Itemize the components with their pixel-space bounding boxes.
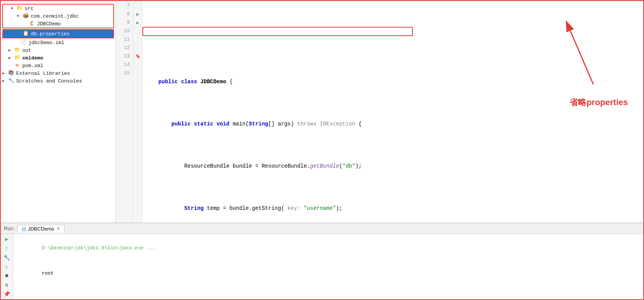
- tree-label-iml: jdbcDemo.iml: [28, 40, 65, 46]
- tree-arrow-xmldemo: ▶: [8, 56, 14, 60]
- tree-item-external-libraries[interactable]: ▶ 📚 External Libraries: [1, 69, 116, 77]
- module-icon-iml: 📄: [20, 40, 27, 46]
- gutter-10: [133, 27, 142, 35]
- bookmark-icon-13: 🔖: [136, 54, 140, 59]
- run-play-button[interactable]: ▶: [2, 236, 12, 243]
- output-line-4: Process finished with exit code 0: [18, 295, 639, 299]
- tree-item-src[interactable]: ▼ 📁 src: [3, 5, 113, 12]
- tree-label-scratches: Scratches and Consoles: [16, 78, 82, 84]
- folder-icon-src: 📁: [16, 5, 23, 12]
- run-wrench-button[interactable]: 🔧: [2, 254, 12, 261]
- run-output: D:\Develop\jdk\jdk1.8\bin\java.exe ... r…: [13, 234, 643, 299]
- code-content[interactable]: public class JDBCDemo { public static vo…: [142, 2, 643, 223]
- gutter-11: [133, 35, 142, 44]
- code-text-10: ResourceBundle bundle = ResourceBundle.g…: [146, 162, 362, 170]
- tree-item-scratches-consoles[interactable]: ▶ 🔧 Scratches and Consoles: [1, 77, 116, 85]
- main-area: ▼ 📁 src ▼ 📦 com.cenmint.jdbc C JDBCDemo …: [1, 1, 643, 223]
- tree-item-jdbcdemo-iml[interactable]: 📄 jdbcDemo.iml: [1, 39, 116, 46]
- output-line-1: D:\Develop\jdk\jdk1.8\bin\java.exe ...: [18, 236, 639, 261]
- scratches-icon: 🔧: [8, 78, 15, 84]
- file-tree-sidebar: ▼ 📁 src ▼ 📦 com.cenmint.jdbc C JDBCDemo …: [1, 2, 116, 223]
- run-scroll-down-button[interactable]: ↓: [2, 263, 12, 270]
- tree-label-out: out: [22, 48, 31, 53]
- gutter-7: [133, 2, 142, 10]
- run-arrow-8[interactable]: ▶: [136, 12, 139, 17]
- tree-item-pom-xml[interactable]: m pom.xml: [1, 62, 116, 69]
- chinese-annotation: 省略properties: [546, 90, 628, 115]
- code-line-11: String temp = bundle.getString( key: "us…: [146, 204, 643, 213]
- gutter-8: ▶: [133, 10, 142, 18]
- red-box-line10: [142, 27, 413, 36]
- tree-item-xmldemo[interactable]: ▶ 📁 xmldemo: [1, 54, 116, 62]
- run-scroll-up-button[interactable]: ↑: [2, 245, 12, 252]
- run-sort-button[interactable]: ⇅: [2, 281, 12, 289]
- tree-item-out[interactable]: ▶ 📁 out: [1, 46, 116, 54]
- editor-gutter: ▶ ▶ 🔖: [133, 2, 142, 223]
- tree-label-xmldemo: xmldemo: [22, 55, 43, 61]
- code-text-11: String temp = bundle.getString( key: "us…: [146, 204, 343, 213]
- tree-arrow-extlibs: ▶: [2, 71, 8, 76]
- code-line-7: [146, 35, 643, 44]
- code-editor: 7 8 9 10 11 12 13 14 15 ▶ ▶: [116, 2, 643, 223]
- tree-item-db-properties[interactable]: 📋 db.properties: [2, 29, 114, 38]
- gutter-12: [133, 44, 142, 52]
- xml-icon-pom: m: [14, 63, 21, 69]
- tree-label-pom: pom.xml: [22, 63, 43, 69]
- props-icon-db: 📋: [22, 31, 29, 37]
- gutter-9: ▶: [133, 18, 142, 27]
- code-area[interactable]: 7 8 9 10 11 12 13 14 15 ▶ ▶: [116, 2, 643, 223]
- run-tab-jdbcdemo[interactable]: ▤ JDBCDemo ✕: [17, 225, 65, 232]
- gutter-13: 🔖: [133, 52, 142, 61]
- tree-item-jdbcdemo[interactable]: C JDBCDemo: [3, 20, 113, 28]
- code-line-9: public static void main(String[] args) t…: [146, 120, 643, 128]
- code-text-8: public class JDBCDemo {: [146, 77, 233, 86]
- line-numbers: 7 8 9 10 11 12 13 14 15: [116, 2, 133, 223]
- output-line-2: root: [18, 261, 639, 286]
- run-tab-label: JDBCDemo: [28, 226, 54, 232]
- output-line-3: [18, 286, 639, 295]
- tree-label-src: src: [25, 6, 33, 12]
- tree-arrow-scratches: ▶: [2, 79, 8, 83]
- tree-arrow-package: ▼: [17, 14, 22, 18]
- run-label: Run:: [4, 226, 14, 231]
- extlibs-icon: 📚: [8, 70, 15, 76]
- output-root-text: root: [41, 270, 53, 276]
- folder-icon-xmldemo: 📁: [14, 55, 21, 61]
- run-content: ▶ ↑ 🔧 ↓ ■ ⇅ 📌 D:\Develop\jdk\jdk1.8\bin\…: [1, 234, 643, 299]
- gutter-14: [133, 61, 142, 69]
- gutter-15: [133, 69, 142, 77]
- tree-arrow-out: ▶: [8, 48, 14, 53]
- tree-label-extlibs: External Libraries: [16, 71, 70, 76]
- run-stop-button[interactable]: ■: [2, 272, 12, 280]
- run-tab-close[interactable]: ✕: [56, 226, 60, 231]
- tree-label-package: com.cenmint.jdbc: [31, 13, 79, 19]
- tree-label-db-props: db.properties: [31, 31, 70, 37]
- java-icon-jdbcdemo: C: [28, 21, 35, 27]
- run-panel: Run: ▤ JDBCDemo ✕ ▶ ↑ 🔧 ↓ ■ ⇅ 📌 D:\Devel…: [1, 223, 643, 299]
- code-text-9: public static void main(String[] args) t…: [146, 120, 362, 128]
- tree-item-com-cenmint-jdbc[interactable]: ▼ 📦 com.cenmint.jdbc: [3, 12, 113, 20]
- code-line-8: public class JDBCDemo {: [146, 77, 643, 86]
- run-tab-bar: Run: ▤ JDBCDemo ✕: [1, 223, 643, 234]
- folder-icon-package: 📦: [22, 13, 29, 19]
- folder-icon-out: 📁: [14, 47, 21, 53]
- console-icon: ▤: [22, 226, 26, 232]
- tree-arrow-src: ▼: [11, 7, 16, 11]
- code-line-10: ResourceBundle bundle = ResourceBundle.g…: [146, 162, 643, 170]
- run-arrow-9[interactable]: ▶: [136, 20, 139, 26]
- tree-label-jdbcdemo: JDBCDemo: [37, 21, 61, 27]
- run-pin-button[interactable]: 📌: [2, 290, 12, 298]
- run-toolbar: ▶ ↑ 🔧 ↓ ■ ⇅ 📌: [1, 234, 13, 299]
- output-path-text: D:\Develop\jdk\jdk1.8\bin\java.exe ...: [41, 245, 155, 251]
